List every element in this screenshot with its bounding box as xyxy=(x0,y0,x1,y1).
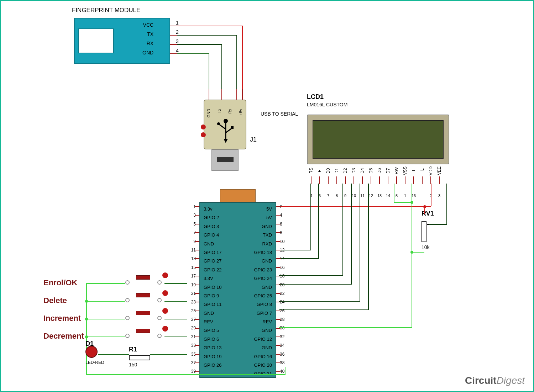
usb-connector xyxy=(211,149,239,171)
lcd-pin-num: 13 xyxy=(375,194,384,198)
rpi-lead-l-11 xyxy=(195,302,199,302)
rpi-lead-l-5 xyxy=(195,250,199,250)
rpi-right-pin-24: GPIO 8 xyxy=(254,300,272,309)
rpi-lead-r-14 xyxy=(276,328,281,329)
wire-fp-vcc-h xyxy=(177,26,243,26)
rpi-lead-r-9 xyxy=(276,285,281,285)
pb-body xyxy=(136,293,150,297)
pb-led xyxy=(162,272,168,278)
rpi-lead-r-18 xyxy=(276,362,281,363)
rpi-right-num-28: 28 xyxy=(280,317,288,325)
lcd-pin-lead xyxy=(430,176,431,184)
rpi-right-pin-12: GPIO 18 xyxy=(254,248,272,257)
rv1-val: 10k xyxy=(422,244,434,250)
rpi-lead-r-3 xyxy=(276,232,281,233)
wire-rw-gnd-h xyxy=(394,202,412,203)
rpi-lead-l-17 xyxy=(195,354,199,355)
wire-d6-v xyxy=(360,184,360,302)
lcd-pin-num: 1 xyxy=(401,194,409,198)
rpi-right-pin-16: GPIO 23 xyxy=(254,266,272,274)
wire-rw-gnd-v xyxy=(394,184,394,203)
wire-fp-gnd-v xyxy=(209,53,209,89)
lcd-pin-num: 14 xyxy=(384,194,392,198)
rpi-right-num-14: 14 xyxy=(280,256,288,265)
rpi-left-pin-33: GPIO 13 xyxy=(204,344,222,352)
rpi-lead-l-7 xyxy=(195,267,199,268)
rpi-lead-r-6 xyxy=(276,258,281,259)
lcd-pin-label: VEE xyxy=(437,165,442,176)
rpi-left-num-31: 31 xyxy=(187,334,196,343)
rpi-right-pin-18: GPIO 24 xyxy=(254,274,272,283)
rpi-lead-r-17 xyxy=(276,354,281,355)
pb-term-l xyxy=(125,316,130,320)
rpi-left-num-17: 17 xyxy=(187,274,196,282)
rpi-left-pin-5: GPIO 3 xyxy=(204,222,222,231)
rpi-right-pin-38: GPIO 20 xyxy=(254,361,272,370)
rpi-lead-l-1 xyxy=(195,215,199,216)
rpi-right-pin-30: GND xyxy=(254,326,272,335)
fp-num-2: 2 xyxy=(176,29,179,38)
rpi-left-num-13: 13 xyxy=(187,256,196,265)
lcd-screen xyxy=(313,120,444,159)
usb-lead-gnd xyxy=(209,89,209,100)
r1-val: 150 xyxy=(129,362,150,367)
rpi-right-pin-4: 5V xyxy=(254,213,272,222)
wire-rv1-gnd xyxy=(412,252,424,253)
pb-body xyxy=(136,311,150,315)
rpi-left-num-7: 7 xyxy=(187,230,196,239)
rpi-left-pin-15: GPIO 22 xyxy=(204,266,222,274)
lcd-pin-num: 7 xyxy=(324,194,333,198)
wire-btn1-gnd xyxy=(164,301,187,302)
rpi-lead-l-6 xyxy=(195,258,199,259)
rpi-lead-r-13 xyxy=(276,319,281,320)
rpi-left-num-11: 11 xyxy=(187,248,196,256)
lcd-pin-lead xyxy=(379,176,380,184)
svg-line-2 xyxy=(219,125,226,129)
wire-btn0-sig xyxy=(86,283,125,284)
wire-btn3-sig xyxy=(86,337,125,337)
usb-pin-gnd: GND xyxy=(206,109,211,117)
lcd-pin-d7: D714 xyxy=(384,165,392,198)
rpi-lead-l-13 xyxy=(195,319,199,320)
pushbutton-group xyxy=(118,271,168,342)
usb-pin-tx: Tx xyxy=(217,109,221,113)
rpi-lead-l-4 xyxy=(195,241,199,242)
rpi-lead-r-10 xyxy=(276,293,281,294)
rpi-lead-l-0 xyxy=(195,206,199,207)
lcd-pin-num: 4 xyxy=(307,194,315,198)
pb-term-l xyxy=(125,280,130,285)
rpi-lead-l-19 xyxy=(195,371,199,372)
rpi-lead-l-8 xyxy=(195,276,199,276)
led-d1: D1 LED-RED xyxy=(85,346,104,365)
rpi-right-num-22: 22 xyxy=(280,291,288,300)
lcd-pin-label: D3 xyxy=(351,165,356,176)
lcd-pin-lead xyxy=(345,176,346,184)
lcd-pin-lead xyxy=(336,176,337,184)
lcd-pin-label: D5 xyxy=(368,165,373,176)
label-enrol-ok: Enrol/OK xyxy=(43,278,84,296)
rpi-left-num-25: 25 xyxy=(187,308,196,317)
d1-part: LED-RED xyxy=(85,360,104,365)
r1-ref: R1 xyxy=(129,346,150,353)
rpi-left-pin-21: GPIO 9 xyxy=(204,292,222,300)
rpi-right-num-34: 34 xyxy=(280,343,288,351)
rpi-left-pin-1: 3.3v xyxy=(204,205,222,213)
rpi-left-num-23: 23 xyxy=(187,300,196,308)
rpi-left-pin-23: GPIO 11 xyxy=(204,300,222,309)
usb-led-1 xyxy=(201,125,206,129)
rpi-lead-r-16 xyxy=(276,345,281,346)
rpi-left-pins: 3.3vGPIO 2GPIO 3GPIO 4GNDGPIO 17GPIO 27G… xyxy=(204,205,222,378)
rpi-right-pins: 5V5VGNDTXDRXDGPIO 18GNDGPIO 23GPIO 24GND… xyxy=(254,205,272,378)
label-decrement: Decrement xyxy=(43,332,84,349)
rpi-left-num-37: 37 xyxy=(187,360,196,369)
rpi-right-pin-10: RXD xyxy=(254,240,272,248)
rpi-left-pin-3: GPIO 2 xyxy=(204,213,222,222)
lcd-pins: RS4E6D07D18D29D310D411D512D613D714RW5VSS… xyxy=(307,165,444,198)
rpi-right-pin-6: GND xyxy=(254,222,272,231)
rpi-right-pin-22: GPIO 25 xyxy=(254,292,272,300)
lcd-pin-label: D4 xyxy=(360,165,365,176)
wire-d5-h xyxy=(279,284,352,285)
pb-body xyxy=(136,275,150,280)
wire-d7-v xyxy=(368,184,369,310)
wire-rs-h1 xyxy=(279,250,311,250)
